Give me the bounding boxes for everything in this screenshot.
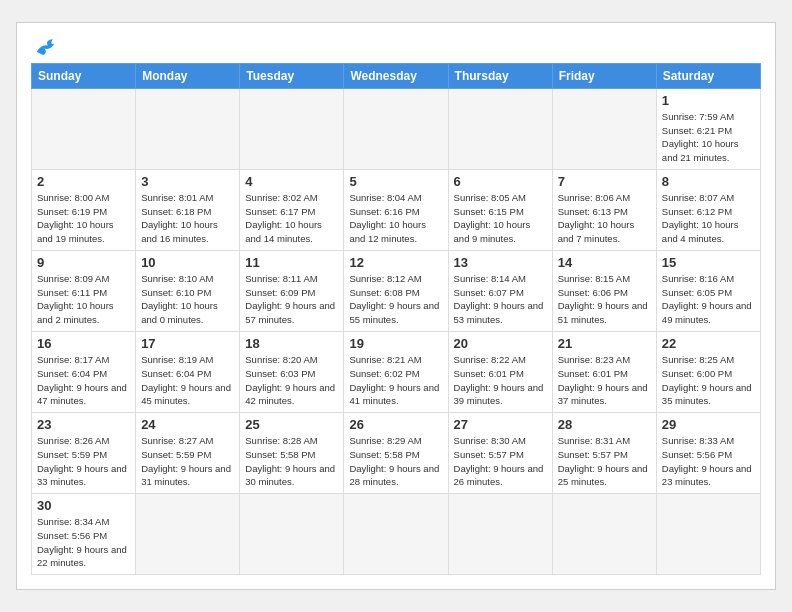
day-info: Sunrise: 8:10 AM Sunset: 6:10 PM Dayligh… bbox=[141, 272, 234, 327]
calendar-cell: 6Sunrise: 8:05 AM Sunset: 6:15 PM Daylig… bbox=[448, 169, 552, 250]
calendar-cell: 24Sunrise: 8:27 AM Sunset: 5:59 PM Dayli… bbox=[136, 413, 240, 494]
day-info: Sunrise: 8:11 AM Sunset: 6:09 PM Dayligh… bbox=[245, 272, 338, 327]
day-info: Sunrise: 8:16 AM Sunset: 6:05 PM Dayligh… bbox=[662, 272, 755, 327]
day-info: Sunrise: 8:01 AM Sunset: 6:18 PM Dayligh… bbox=[141, 191, 234, 246]
calendar-cell bbox=[240, 88, 344, 169]
weekday-header-sunday: Sunday bbox=[32, 63, 136, 88]
day-info: Sunrise: 8:19 AM Sunset: 6:04 PM Dayligh… bbox=[141, 353, 234, 408]
calendar-cell: 11Sunrise: 8:11 AM Sunset: 6:09 PM Dayli… bbox=[240, 250, 344, 331]
logo-area bbox=[31, 33, 59, 57]
calendar-cell: 23Sunrise: 8:26 AM Sunset: 5:59 PM Dayli… bbox=[32, 413, 136, 494]
calendar-cell: 16Sunrise: 8:17 AM Sunset: 6:04 PM Dayli… bbox=[32, 332, 136, 413]
day-number: 21 bbox=[558, 336, 651, 351]
day-number: 25 bbox=[245, 417, 338, 432]
day-number: 22 bbox=[662, 336, 755, 351]
day-number: 8 bbox=[662, 174, 755, 189]
day-number: 5 bbox=[349, 174, 442, 189]
calendar-week-row: 16Sunrise: 8:17 AM Sunset: 6:04 PM Dayli… bbox=[32, 332, 761, 413]
day-info: Sunrise: 8:07 AM Sunset: 6:12 PM Dayligh… bbox=[662, 191, 755, 246]
day-number: 13 bbox=[454, 255, 547, 270]
calendar-cell: 12Sunrise: 8:12 AM Sunset: 6:08 PM Dayli… bbox=[344, 250, 448, 331]
day-number: 20 bbox=[454, 336, 547, 351]
calendar-week-row: 2Sunrise: 8:00 AM Sunset: 6:19 PM Daylig… bbox=[32, 169, 761, 250]
weekday-header-wednesday: Wednesday bbox=[344, 63, 448, 88]
day-info: Sunrise: 8:15 AM Sunset: 6:06 PM Dayligh… bbox=[558, 272, 651, 327]
calendar-cell: 27Sunrise: 8:30 AM Sunset: 5:57 PM Dayli… bbox=[448, 413, 552, 494]
calendar-cell bbox=[32, 88, 136, 169]
day-number: 12 bbox=[349, 255, 442, 270]
day-info: Sunrise: 8:29 AM Sunset: 5:58 PM Dayligh… bbox=[349, 434, 442, 489]
calendar-cell bbox=[448, 494, 552, 575]
calendar-cell: 15Sunrise: 8:16 AM Sunset: 6:05 PM Dayli… bbox=[656, 250, 760, 331]
logo-bird-icon bbox=[35, 37, 59, 57]
day-number: 16 bbox=[37, 336, 130, 351]
weekday-header-saturday: Saturday bbox=[656, 63, 760, 88]
calendar-week-row: 1Sunrise: 7:59 AM Sunset: 6:21 PM Daylig… bbox=[32, 88, 761, 169]
header-area bbox=[31, 33, 761, 57]
day-info: Sunrise: 8:12 AM Sunset: 6:08 PM Dayligh… bbox=[349, 272, 442, 327]
calendar-cell: 4Sunrise: 8:02 AM Sunset: 6:17 PM Daylig… bbox=[240, 169, 344, 250]
day-info: Sunrise: 8:28 AM Sunset: 5:58 PM Dayligh… bbox=[245, 434, 338, 489]
day-info: Sunrise: 8:27 AM Sunset: 5:59 PM Dayligh… bbox=[141, 434, 234, 489]
calendar-cell: 1Sunrise: 7:59 AM Sunset: 6:21 PM Daylig… bbox=[656, 88, 760, 169]
day-info: Sunrise: 8:00 AM Sunset: 6:19 PM Dayligh… bbox=[37, 191, 130, 246]
calendar-cell bbox=[448, 88, 552, 169]
calendar-cell bbox=[344, 88, 448, 169]
calendar-cell bbox=[136, 88, 240, 169]
calendar-cell: 8Sunrise: 8:07 AM Sunset: 6:12 PM Daylig… bbox=[656, 169, 760, 250]
day-number: 11 bbox=[245, 255, 338, 270]
day-number: 28 bbox=[558, 417, 651, 432]
day-info: Sunrise: 8:25 AM Sunset: 6:00 PM Dayligh… bbox=[662, 353, 755, 408]
calendar-cell: 14Sunrise: 8:15 AM Sunset: 6:06 PM Dayli… bbox=[552, 250, 656, 331]
calendar-week-row: 30Sunrise: 8:34 AM Sunset: 5:56 PM Dayli… bbox=[32, 494, 761, 575]
day-number: 14 bbox=[558, 255, 651, 270]
calendar-cell: 7Sunrise: 8:06 AM Sunset: 6:13 PM Daylig… bbox=[552, 169, 656, 250]
day-number: 29 bbox=[662, 417, 755, 432]
calendar-cell: 13Sunrise: 8:14 AM Sunset: 6:07 PM Dayli… bbox=[448, 250, 552, 331]
day-info: Sunrise: 8:04 AM Sunset: 6:16 PM Dayligh… bbox=[349, 191, 442, 246]
day-info: Sunrise: 8:22 AM Sunset: 6:01 PM Dayligh… bbox=[454, 353, 547, 408]
weekday-header-tuesday: Tuesday bbox=[240, 63, 344, 88]
calendar-cell: 20Sunrise: 8:22 AM Sunset: 6:01 PM Dayli… bbox=[448, 332, 552, 413]
day-info: Sunrise: 8:34 AM Sunset: 5:56 PM Dayligh… bbox=[37, 515, 130, 570]
day-number: 4 bbox=[245, 174, 338, 189]
day-number: 7 bbox=[558, 174, 651, 189]
calendar-cell: 29Sunrise: 8:33 AM Sunset: 5:56 PM Dayli… bbox=[656, 413, 760, 494]
day-info: Sunrise: 8:23 AM Sunset: 6:01 PM Dayligh… bbox=[558, 353, 651, 408]
day-number: 3 bbox=[141, 174, 234, 189]
calendar-cell: 9Sunrise: 8:09 AM Sunset: 6:11 PM Daylig… bbox=[32, 250, 136, 331]
calendar-cell: 22Sunrise: 8:25 AM Sunset: 6:00 PM Dayli… bbox=[656, 332, 760, 413]
calendar-week-row: 9Sunrise: 8:09 AM Sunset: 6:11 PM Daylig… bbox=[32, 250, 761, 331]
calendar-container: SundayMondayTuesdayWednesdayThursdayFrid… bbox=[16, 22, 776, 590]
calendar-cell bbox=[344, 494, 448, 575]
calendar-cell bbox=[656, 494, 760, 575]
calendar-cell: 3Sunrise: 8:01 AM Sunset: 6:18 PM Daylig… bbox=[136, 169, 240, 250]
calendar-cell: 17Sunrise: 8:19 AM Sunset: 6:04 PM Dayli… bbox=[136, 332, 240, 413]
calendar-cell: 25Sunrise: 8:28 AM Sunset: 5:58 PM Dayli… bbox=[240, 413, 344, 494]
calendar-week-row: 23Sunrise: 8:26 AM Sunset: 5:59 PM Dayli… bbox=[32, 413, 761, 494]
day-number: 30 bbox=[37, 498, 130, 513]
day-number: 15 bbox=[662, 255, 755, 270]
calendar-table: SundayMondayTuesdayWednesdayThursdayFrid… bbox=[31, 63, 761, 575]
day-info: Sunrise: 8:21 AM Sunset: 6:02 PM Dayligh… bbox=[349, 353, 442, 408]
day-number: 18 bbox=[245, 336, 338, 351]
calendar-cell bbox=[552, 88, 656, 169]
calendar-cell: 30Sunrise: 8:34 AM Sunset: 5:56 PM Dayli… bbox=[32, 494, 136, 575]
weekday-header-monday: Monday bbox=[136, 63, 240, 88]
day-info: Sunrise: 8:17 AM Sunset: 6:04 PM Dayligh… bbox=[37, 353, 130, 408]
day-number: 27 bbox=[454, 417, 547, 432]
day-number: 24 bbox=[141, 417, 234, 432]
weekday-header-friday: Friday bbox=[552, 63, 656, 88]
day-info: Sunrise: 8:20 AM Sunset: 6:03 PM Dayligh… bbox=[245, 353, 338, 408]
day-info: Sunrise: 8:30 AM Sunset: 5:57 PM Dayligh… bbox=[454, 434, 547, 489]
day-number: 10 bbox=[141, 255, 234, 270]
day-info: Sunrise: 8:14 AM Sunset: 6:07 PM Dayligh… bbox=[454, 272, 547, 327]
day-info: Sunrise: 8:05 AM Sunset: 6:15 PM Dayligh… bbox=[454, 191, 547, 246]
day-number: 2 bbox=[37, 174, 130, 189]
calendar-cell bbox=[552, 494, 656, 575]
calendar-cell: 21Sunrise: 8:23 AM Sunset: 6:01 PM Dayli… bbox=[552, 332, 656, 413]
day-number: 26 bbox=[349, 417, 442, 432]
day-info: Sunrise: 8:02 AM Sunset: 6:17 PM Dayligh… bbox=[245, 191, 338, 246]
day-info: Sunrise: 8:09 AM Sunset: 6:11 PM Dayligh… bbox=[37, 272, 130, 327]
weekday-header-thursday: Thursday bbox=[448, 63, 552, 88]
